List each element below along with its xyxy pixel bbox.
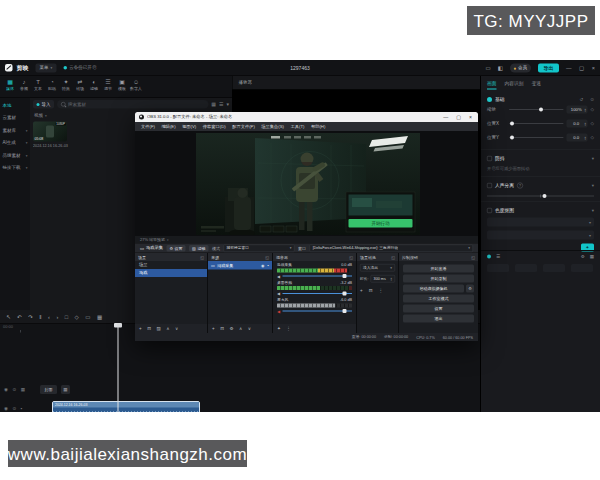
search-input[interactable] <box>68 102 204 107</box>
list-view-icon[interactable]: ☰ <box>219 102 223 108</box>
playhead-line[interactable] <box>118 323 119 412</box>
ribbon-tab-media[interactable]: ▦媒体 <box>3 78 17 98</box>
timeline-clip[interactable]: 2024.12.16 16-26-03 <box>52 401 200 412</box>
stepper-icon[interactable]: ▴▾ <box>585 136 587 140</box>
popout-icon[interactable]: ◱ <box>349 255 353 260</box>
add-source-icon[interactable]: + <box>212 326 215 331</box>
tab-recognition[interactable]: 内容识别 <box>505 80 524 89</box>
slider-knob[interactable] <box>342 309 346 313</box>
transition-props-icon[interactable]: ⋮ <box>378 288 383 293</box>
mirror-icon[interactable]: ▭ <box>85 313 90 320</box>
maximize-button[interactable]: ▢ <box>579 65 584 72</box>
track-options-icon[interactable]: ▦ <box>21 387 25 392</box>
maximize-button[interactable]: ▢ <box>456 114 461 120</box>
slider-knob[interactable] <box>510 136 514 140</box>
stepper-icon[interactable]: ▴▾ <box>585 122 587 126</box>
sidebar-item-ai[interactable]: AI生成▾ <box>0 140 30 147</box>
source-props-icon[interactable]: ⚙ <box>229 326 233 331</box>
slider-knob[interactable] <box>543 194 547 198</box>
ribbon-tab-template[interactable]: ▣模板 <box>115 78 129 98</box>
remove-source-icon[interactable]: ⊟ <box>220 326 224 331</box>
start-streaming-button[interactable]: 开始直播 <box>403 265 474 273</box>
settings-button[interactable]: 设置 <box>403 305 474 313</box>
add-transition-icon[interactable]: + <box>360 288 363 293</box>
source-filters-button[interactable]: ▨ 滤镜 <box>189 245 208 252</box>
sidebar-item-local[interactable]: 本地 <box>0 102 30 109</box>
select-tool-icon[interactable]: ↖ <box>6 313 11 320</box>
chroma-dropdown-1[interactable]: ▾ <box>487 218 594 227</box>
ribbon-tab-audio[interactable]: ♪音频 <box>17 78 31 98</box>
export-button[interactable]: 导出 <box>538 63 559 72</box>
vip-button[interactable]: ♦ 会员 <box>510 63 531 72</box>
section-chroma-header[interactable]: 色度抠图 ▾ <box>487 207 594 214</box>
section-stabilize-header[interactable]: 防抖 ▾ <box>487 155 594 162</box>
gear-icon[interactable]: ⚙ <box>581 254 585 259</box>
freeze-icon[interactable]: ◇ <box>75 313 79 320</box>
stepper-icon[interactable]: ▴▾ <box>390 277 392 281</box>
chevron-down-icon[interactable]: ▾ <box>592 156 594 161</box>
sidebar-item-stock[interactable]: 素材库▾ <box>0 127 30 134</box>
tab-speed[interactable]: 变速 <box>532 80 542 89</box>
undo-icon[interactable]: ↶ <box>17 313 22 320</box>
ribbon-tab-text[interactable]: T文本 <box>31 78 45 98</box>
crop-icon[interactable]: ▦ <box>97 313 102 320</box>
menu-help[interactable]: 帮助(H) <box>311 124 325 130</box>
track-lock-icon[interactable]: ⊙ <box>12 387 16 392</box>
volume-slider[interactable] <box>283 311 352 312</box>
media-thumbnail[interactable]: 05:08 1080P <box>33 122 67 142</box>
popout-icon[interactable]: ◱ <box>265 255 269 260</box>
move-up-icon[interactable]: ∧ <box>166 326 169 331</box>
help-icon[interactable]: ? <box>517 182 523 188</box>
vocal-slider[interactable] <box>487 196 594 197</box>
capture-window-select[interactable]: [DeltaForceClient-Win64-Shipping.exe]: 三… <box>309 244 473 252</box>
tab-picture[interactable]: 画面 <box>487 80 497 90</box>
sidebar-item-cloud[interactable]: 云素材 <box>0 115 30 122</box>
kebab-menu-icon[interactable]: ⋮ <box>286 326 291 331</box>
exit-button[interactable]: 退出 <box>403 315 474 323</box>
minimize-button[interactable]: — <box>443 114 448 120</box>
cover-add-icon[interactable]: ▦ <box>61 385 70 394</box>
section-vocal-header[interactable]: 人声分离 ? ▾ <box>487 182 594 189</box>
obs-titlebar[interactable]: OBS 31.0.0 - 配置文件: 未命名 - 场景: 未命名 — ▢ × <box>135 112 478 122</box>
source-item-selected[interactable]: ▭ 游戏采集 ◉ ▪ <box>208 261 272 270</box>
scene-item[interactable]: 场景 <box>135 261 207 269</box>
monitor-icon[interactable]: ▭ <box>485 65 490 72</box>
volume-slider[interactable] <box>283 276 352 277</box>
ribbon-tab-adjust[interactable]: ☰调节 <box>101 78 115 98</box>
checkbox-icon[interactable] <box>487 183 492 188</box>
scene-item-selected[interactable]: 游戏 <box>135 269 207 277</box>
move-up-icon[interactable]: ∧ <box>239 326 242 331</box>
popout-icon[interactable]: ◱ <box>471 255 475 260</box>
close-button[interactable]: × <box>469 114 472 120</box>
trim-right-icon[interactable]: › <box>56 314 58 320</box>
move-down-icon[interactable]: ∨ <box>175 326 178 331</box>
slider-knob[interactable] <box>510 122 514 126</box>
remove-transition-icon[interactable]: ⊟ <box>369 288 373 293</box>
track-lock-icon[interactable]: ⊙ <box>12 406 16 411</box>
ribbon-tab-sticker[interactable]: ◔贴纸 <box>45 78 59 98</box>
scale-value-box[interactable]: 100% ▴▾ <box>567 106 588 114</box>
keyframe-icon[interactable]: ◇ <box>591 107 594 112</box>
scene-filters-icon[interactable]: ▨ <box>156 326 160 331</box>
virtual-camera-button[interactable]: 启动虚拟摄像机 <box>403 285 464 293</box>
import-button[interactable]: 导入 <box>33 100 54 109</box>
sidebar-item-link[interactable]: 链接下载▾ <box>0 165 30 172</box>
track-visibility-icon[interactable]: ◉ <box>4 387 8 392</box>
menu-profile[interactable]: 配置文件(P) <box>232 124 255 130</box>
ribbon-tab-filter[interactable]: ◐滤镜 <box>87 78 101 98</box>
preview-zoom-label[interactable]: 27% 缩放预览 <box>140 237 165 243</box>
slider-knob[interactable] <box>342 274 346 278</box>
menu-edit[interactable]: 编辑(E) <box>161 124 175 130</box>
menu-button[interactable]: 菜单 ▾ <box>36 63 57 72</box>
duration-input[interactable]: 300 ms ▴▾ <box>371 275 395 283</box>
speaker-icon[interactable]: ◀ <box>277 274 280 279</box>
cover-button[interactable]: 封面 <box>40 385 57 394</box>
list-icon[interactable]: ☰ <box>496 254 500 259</box>
menu-docks[interactable]: 停靠窗口(D) <box>203 124 226 130</box>
slider-knob[interactable] <box>539 108 543 112</box>
filter-dropdown-icon[interactable]: ▾ <box>226 102 229 108</box>
posy-slider[interactable] <box>509 137 564 138</box>
checkbox-icon[interactable] <box>487 156 492 161</box>
advanced-audio-icon[interactable]: ✦ <box>277 326 281 331</box>
start-recording-button[interactable]: 开始录制 <box>403 275 474 283</box>
